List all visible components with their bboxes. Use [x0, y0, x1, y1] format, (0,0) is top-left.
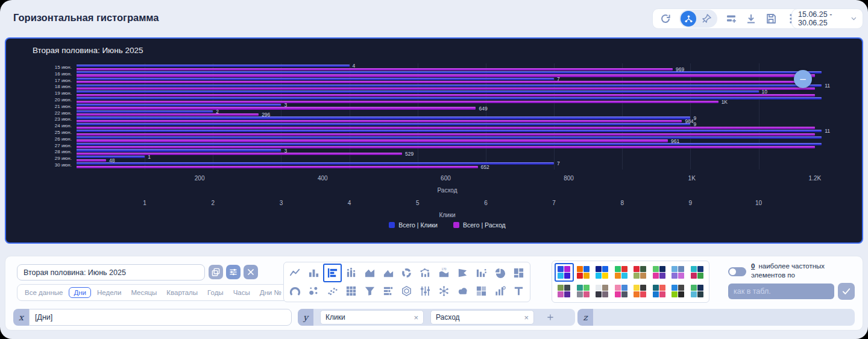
clicks-bar[interactable]: 4	[77, 65, 350, 67]
parallel-sliders-chart-icon[interactable]	[416, 282, 435, 301]
ribbon-chart-icon[interactable]	[453, 264, 472, 282]
pie-chart-icon[interactable]	[491, 264, 509, 282]
treemap-chart-icon[interactable]	[509, 264, 528, 282]
palette-swatch-5[interactable]	[631, 263, 650, 282]
chart-name-input[interactable]	[17, 264, 205, 280]
clicks-bar[interactable]: 7	[77, 78, 554, 80]
spend-bar[interactable]: 984	[77, 120, 682, 122]
scatter-chart-icon[interactable]	[323, 282, 342, 301]
share-button[interactable]	[681, 11, 696, 27]
spend-bar[interactable]: 652	[77, 166, 478, 168]
spend-bar[interactable]: 961	[77, 139, 668, 142]
spend-bar[interactable]	[77, 133, 815, 136]
y-field-chip-clicks[interactable]: Клики ×	[320, 310, 424, 325]
clicks-bar[interactable]: 11	[77, 130, 822, 132]
area-chart-icon[interactable]	[360, 264, 379, 282]
cloud-chart-icon[interactable]	[453, 282, 472, 301]
palette-swatch-3[interactable]	[593, 263, 612, 282]
spend-bar[interactable]	[77, 146, 815, 148]
clicks-bar[interactable]: 9	[77, 116, 690, 119]
palette-swatch-13[interactable]	[631, 282, 650, 300]
palette-swatch-10[interactable]	[574, 282, 593, 300]
period-tab-1[interactable]: Все данные	[20, 288, 68, 297]
remove-icon[interactable]: ×	[414, 314, 418, 322]
grid-table-chart-icon[interactable]	[342, 282, 360, 301]
clicks-bar[interactable]: 9	[77, 123, 690, 125]
spend-bar[interactable]: 296	[77, 113, 259, 116]
clicks-bar[interactable]: 3	[77, 104, 281, 106]
date-range-selector[interactable]: 15.06.25 - 30.06.25	[791, 8, 863, 29]
save-icon[interactable]	[765, 13, 777, 25]
z-axis-field-input[interactable]	[593, 309, 855, 326]
text-chart-icon[interactable]	[509, 282, 528, 301]
funnel-chart-icon[interactable]	[360, 282, 379, 301]
clicks-bar[interactable]	[77, 71, 822, 74]
period-tab-3[interactable]: Недели	[92, 288, 126, 297]
clicks-bar[interactable]: 3	[77, 149, 281, 151]
clicks-bar[interactable]: 10	[77, 90, 759, 93]
palette-swatch-11[interactable]	[593, 282, 612, 300]
add-y-field-button[interactable]	[540, 310, 561, 325]
clicks-bar[interactable]: 11	[77, 84, 822, 87]
spend-bar[interactable]: 529	[77, 153, 402, 155]
duplicate-button[interactable]	[209, 265, 223, 279]
frequent-elements-toggle[interactable]	[728, 267, 746, 276]
bubble-chart-icon[interactable]	[304, 282, 323, 301]
add-widget-icon[interactable]	[725, 13, 737, 25]
apply-button[interactable]	[838, 283, 855, 300]
spend-bar[interactable]: 969	[77, 68, 673, 71]
growth-percent-chart-icon[interactable]	[491, 282, 509, 301]
spend-bar[interactable]: 649	[77, 107, 476, 109]
spend-bar[interactable]	[77, 74, 815, 77]
sort-by-input[interactable]	[728, 284, 834, 299]
remove-icon[interactable]: ×	[524, 314, 529, 322]
spend-bar[interactable]	[77, 81, 806, 83]
clicks-bar[interactable]	[77, 143, 822, 145]
clicks-bar[interactable]	[77, 97, 822, 100]
network-chart-icon[interactable]	[435, 282, 453, 301]
period-tab-6[interactable]: Годы	[203, 288, 228, 297]
settings-button[interactable]	[226, 265, 241, 279]
period-tab-4[interactable]: Месяцы	[126, 288, 162, 297]
bar-chart-icon[interactable]	[323, 264, 342, 282]
palette-swatch-2[interactable]	[574, 263, 593, 282]
palette-swatch-16[interactable]	[688, 282, 707, 300]
legend-item[interactable]: Всего | Расход	[453, 221, 506, 229]
pareto-chart-icon[interactable]	[472, 264, 491, 282]
palette-swatch-14[interactable]	[650, 282, 669, 300]
period-tab-7[interactable]: Часы	[228, 288, 255, 297]
x-axis-field-input[interactable]	[29, 309, 292, 326]
clicks-bar[interactable]	[77, 136, 822, 139]
palette-swatch-4[interactable]	[612, 263, 631, 282]
palette-swatch-6[interactable]	[650, 263, 669, 282]
chart-panel[interactable]: Вторая половина: Июнь 2025 15 июн.496916…	[5, 37, 863, 244]
palette-swatch-1[interactable]	[555, 263, 574, 282]
period-tab-8[interactable]: Дни №	[255, 288, 286, 297]
zoom-out-button[interactable]: –	[794, 70, 812, 88]
refresh-icon[interactable]	[659, 13, 671, 25]
gauge-chart-icon[interactable]	[286, 282, 304, 301]
palette-swatch-12[interactable]	[612, 282, 631, 300]
donut-segments-chart-icon[interactable]	[398, 264, 417, 282]
bars-line-combo-chart-icon[interactable]	[416, 264, 435, 282]
quadrant-chart-icon[interactable]	[472, 282, 491, 301]
spend-bar[interactable]	[77, 127, 815, 129]
y-field-chip-spend[interactable]: Расход ×	[430, 310, 534, 325]
column-dot-chart-icon[interactable]	[342, 264, 360, 282]
palette-swatch-8[interactable]	[688, 263, 707, 282]
spend-bar[interactable]: 1K	[77, 101, 719, 103]
period-tab-5[interactable]: Кварталы	[162, 288, 203, 297]
close-button[interactable]	[244, 265, 258, 279]
line-chart-icon[interactable]	[286, 264, 304, 282]
legend-item[interactable]: Всего | Клики	[389, 221, 438, 229]
clicks-bar[interactable]: 2	[77, 110, 213, 113]
period-tab-2[interactable]: Дни	[69, 287, 91, 298]
labeled-area-chart-icon[interactable]: 170	[435, 264, 453, 282]
stacked-bar-chart-icon[interactable]	[379, 282, 398, 301]
column-chart-icon[interactable]	[304, 264, 323, 282]
spend-bar[interactable]	[77, 87, 815, 90]
radar-hex-chart-icon[interactable]	[398, 282, 417, 301]
palette-swatch-15[interactable]	[668, 282, 688, 300]
spend-bar[interactable]	[77, 94, 815, 97]
area-wave-chart-icon[interactable]	[379, 264, 398, 282]
